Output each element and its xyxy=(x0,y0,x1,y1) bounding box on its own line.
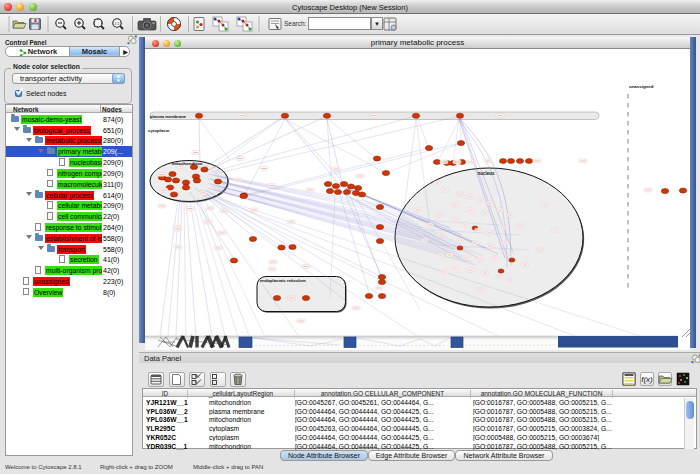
svg-text:f(x): f(x) xyxy=(641,375,653,384)
svg-text:mitochondrion: mitochondrion xyxy=(172,161,203,166)
svg-text:endoplasmic reticulum: endoplasmic reticulum xyxy=(260,278,306,283)
svg-text:1:1: 1:1 xyxy=(115,22,120,26)
svg-text:unassigned: unassigned xyxy=(629,84,654,89)
svg-text:plasma membrane: plasma membrane xyxy=(150,114,187,119)
svg-text:nucleus: nucleus xyxy=(477,171,495,176)
svg-text:cytoplasm: cytoplasm xyxy=(148,128,169,133)
